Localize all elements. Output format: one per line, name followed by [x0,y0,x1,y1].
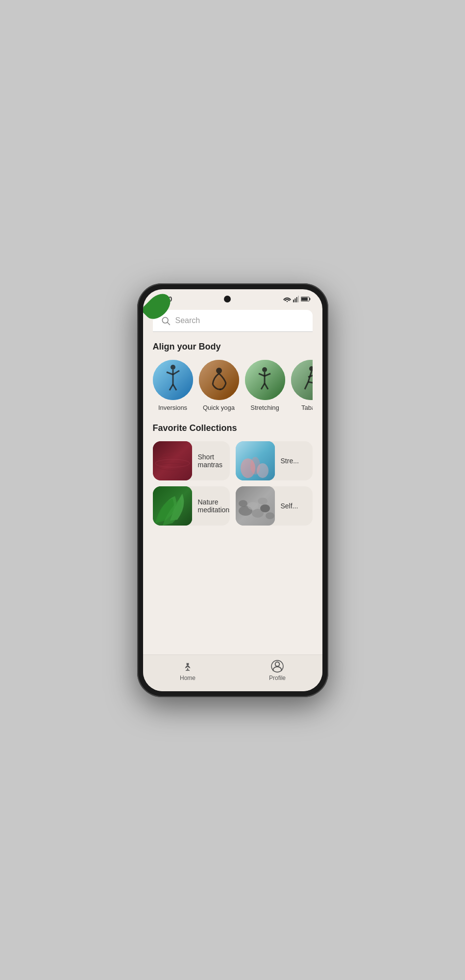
body-items-list[interactable]: Inversions [153,360,313,413]
collection-card-short-mantras[interactable]: Short mantras [153,441,230,480]
search-box[interactable]: Search [153,310,313,332]
svg-point-32 [250,457,260,475]
camera-dot [224,296,231,302]
body-label-inversions: Inversions [158,404,187,411]
svg-rect-17 [199,360,239,400]
body-item-stretching[interactable]: Stretching [245,360,285,411]
svg-point-40 [258,498,268,504]
nav-label-home: Home [180,675,196,681]
svg-rect-1 [293,300,294,302]
nav-label-profile: Profile [269,675,286,681]
collection-card-stress[interactable]: Stre... [236,441,313,480]
collection-thumb-nature [153,486,192,526]
body-circle-tabata [291,360,313,400]
svg-line-9 [167,322,170,325]
body-label-quick-yoga: Quick yoga [203,404,235,411]
body-label-tabata: Tabata [301,404,313,411]
svg-point-11 [171,365,175,370]
body-circle-quick-yoga [199,360,239,400]
align-body-title: Align your Body [153,342,313,352]
body-label-stretching: Stretching [250,404,279,411]
collection-thumb-self [236,486,275,526]
svg-point-38 [247,502,258,510]
collection-label-stress: Stre... [275,457,313,465]
body-circle-inversions [153,360,193,400]
collection-card-self[interactable]: Self... [236,486,313,526]
body-item-inversions[interactable]: Inversions [153,360,193,411]
svg-point-37 [260,504,270,512]
collection-thumb-stress [236,441,275,480]
phone-screen: 12:00 [143,289,322,691]
status-icons [283,296,311,302]
scroll-content[interactable]: Search Align your Body [143,305,322,654]
svg-rect-4 [298,296,299,302]
signal-icon [293,296,299,302]
svg-rect-3 [296,297,297,302]
collection-label-self: Self... [275,502,313,510]
search-icon [161,316,171,326]
svg-point-18 [216,368,222,374]
collection-thumb-mantras [153,441,192,480]
home-icon [181,660,194,673]
svg-point-44 [275,662,280,666]
align-body-section: Align your Body [143,340,322,421]
svg-rect-7 [301,297,308,300]
battery-icon [301,296,311,302]
wifi-icon [283,296,291,302]
collections-grid: Short mantras [153,441,313,526]
search-placeholder: Search [175,316,200,325]
collection-card-nature-meditations[interactable]: Nature meditations [153,486,230,526]
svg-point-41 [266,512,274,519]
search-container: Search [143,305,322,340]
svg-rect-6 [309,298,310,300]
svg-point-20 [262,367,267,372]
collection-label-short-mantras: Short mantras [192,453,230,469]
body-circle-stretching [245,360,285,400]
nav-item-home[interactable]: Home [143,660,233,681]
svg-point-39 [239,500,247,507]
favorite-collections-title: Favorite Collections [153,423,313,433]
body-item-quick-yoga[interactable]: Quick yoga [199,360,239,411]
collection-label-nature-meditations: Nature meditations [192,498,230,514]
svg-point-0 [286,301,288,302]
profile-icon [271,660,284,673]
svg-rect-2 [294,298,295,302]
favorite-collections-section: Favorite Collections [143,421,322,533]
body-item-tabata[interactable]: Tabata [291,360,313,411]
phone-frame: 12:00 [137,283,328,697]
nav-item-profile[interactable]: Profile [233,660,322,681]
bottom-nav: Home Profile [143,654,322,691]
